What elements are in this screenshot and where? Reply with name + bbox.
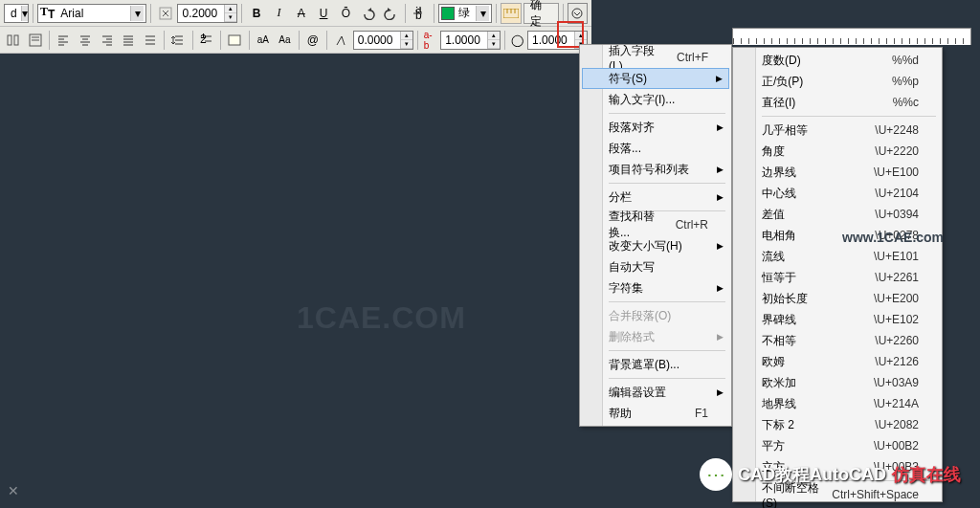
color-dropdown[interactable]: 绿 ▾ xyxy=(438,4,492,23)
menu-item[interactable]: 中心线\U+2104 xyxy=(735,183,940,204)
justify-button[interactable] xyxy=(119,30,139,51)
stack-button[interactable]: ab xyxy=(410,3,430,24)
menu-item[interactable]: 角度\U+2220 xyxy=(735,141,940,162)
menu-item[interactable]: 编辑器设置▶ xyxy=(582,382,729,403)
menu-item-label: 初始长度 xyxy=(762,291,808,307)
menu-shortcut: %%d xyxy=(892,54,919,67)
menu-item-label: 不相等 xyxy=(762,333,796,349)
menu-item[interactable]: 直径(I)%%c xyxy=(735,92,940,113)
menu-separator xyxy=(609,183,725,184)
menu-item[interactable]: 欧米加\U+03A9 xyxy=(735,372,940,393)
strikethrough-button[interactable]: A xyxy=(291,3,311,24)
menu-item[interactable]: 帮助F1 xyxy=(582,403,729,424)
align-center-button[interactable] xyxy=(76,30,96,51)
menu-item[interactable]: 段落对齐▶ xyxy=(582,117,729,138)
mtext-icon[interactable] xyxy=(26,30,46,51)
menu-item[interactable]: 符号(S)▶ xyxy=(582,68,729,89)
menu-item[interactable]: 地界线\U+214A xyxy=(735,393,940,414)
menu-shortcut: \U+2104 xyxy=(875,187,919,200)
menu-item[interactable]: 恒等于\U+2261 xyxy=(735,267,940,288)
ruler-button[interactable] xyxy=(501,3,521,24)
menu-item[interactable]: 输入文字(I)... xyxy=(582,89,729,110)
ok-button[interactable]: 确定 xyxy=(523,3,559,24)
font-dropdown[interactable]: TT Arial ▾ xyxy=(37,4,146,23)
menu-item-label: 中心线 xyxy=(762,186,796,202)
menu-item[interactable]: 段落... xyxy=(582,138,729,159)
drawing-canvas[interactable]: 1CAE.COM ✕ xyxy=(0,54,591,508)
menu-shortcut: Ctrl+R xyxy=(676,218,708,232)
menu-item[interactable]: 不相等\U+2260 xyxy=(735,330,940,351)
submenu-arrow-icon: ▶ xyxy=(716,74,723,83)
tracking-input[interactable]: ▴▾ xyxy=(440,31,501,50)
svg-rect-10 xyxy=(14,35,18,45)
menu-item[interactable]: 初始长度\U+E200 xyxy=(735,288,940,309)
menu-item[interactable]: 欧姆\U+2126 xyxy=(735,351,940,372)
menu-item-label: 下标 2 xyxy=(762,417,794,433)
watermark-url: www.1CAE.com xyxy=(842,230,944,245)
wechat-icon: ⋯ xyxy=(700,458,732,491)
menu-item[interactable]: 差值\U+0394 xyxy=(735,204,940,225)
annotation-icon[interactable] xyxy=(155,3,175,24)
toolbar-area: d ▾ TT Arial ▾ ▴▾ B I A U Ō ab xyxy=(0,0,591,55)
menu-item[interactable]: 平方\U+00B2 xyxy=(735,435,940,456)
align-left-button[interactable] xyxy=(54,30,74,51)
menu-item-label: 界碑线 xyxy=(762,312,796,328)
uppercase-button[interactable]: aA xyxy=(254,30,274,51)
menu-item[interactable]: 背景遮罩(B)... xyxy=(582,354,729,375)
menu-item[interactable]: 自动大写 xyxy=(582,256,729,277)
linespacing-button[interactable] xyxy=(168,30,189,51)
separator xyxy=(249,31,250,50)
menu-shortcut: \U+03A9 xyxy=(874,376,919,389)
bold-button[interactable]: B xyxy=(246,3,266,24)
watermark: 1CAE.COM xyxy=(297,300,466,336)
menu-item[interactable]: 插入字段(L)...Ctrl+F xyxy=(582,47,729,68)
menu-item[interactable]: 项目符号和列表▶ xyxy=(582,159,729,180)
menu-item[interactable]: 边界线\U+E100 xyxy=(735,162,940,183)
menu-item[interactable]: 改变大小写(H)▶ xyxy=(582,235,729,256)
text-ruler[interactable] xyxy=(732,28,971,45)
menu-shortcut: Ctrl+F xyxy=(677,51,708,64)
insert-field-button[interactable] xyxy=(225,30,245,51)
menu-shortcut: \U+E100 xyxy=(874,166,919,179)
tracking-icon: a-b xyxy=(422,30,438,51)
menu-item[interactable]: 字符集▶ xyxy=(582,277,729,298)
numbering-button[interactable]: 12 xyxy=(197,30,217,51)
options-button[interactable] xyxy=(568,3,588,24)
oblique-angle-icon[interactable] xyxy=(331,30,351,51)
menu-item[interactable]: 几乎相等\U+2248 xyxy=(735,120,940,141)
style-dropdown[interactable]: d ▾ xyxy=(4,4,29,23)
separator xyxy=(563,4,564,23)
oblique-input[interactable]: ▴▾ xyxy=(353,31,413,50)
menu-item[interactable]: 流线\U+E101 xyxy=(735,246,940,267)
submenu-arrow-icon: ▶ xyxy=(717,122,724,132)
align-right-button[interactable] xyxy=(97,30,117,51)
overline-button[interactable]: Ō xyxy=(336,3,356,24)
menu-item-label: 度数(D) xyxy=(762,53,801,69)
lowercase-button[interactable]: Aa xyxy=(275,30,295,51)
underline-button[interactable]: U xyxy=(313,3,333,24)
symbol-button[interactable]: @ xyxy=(303,30,323,51)
columns-button[interactable] xyxy=(4,30,24,51)
text-height-input[interactable]: ▴▾ xyxy=(177,4,237,23)
chevron-down-icon: ▾ xyxy=(476,6,489,21)
redo-button[interactable] xyxy=(380,3,400,24)
close-x[interactable]: ✕ xyxy=(8,483,19,498)
menu-item[interactable]: 界碑线\U+E102 xyxy=(735,309,940,330)
separator xyxy=(150,4,151,23)
menu-item[interactable]: 下标 2\U+2082 xyxy=(735,414,940,435)
italic-button[interactable]: I xyxy=(269,3,289,24)
distribute-button[interactable] xyxy=(140,30,160,51)
separator xyxy=(496,4,497,23)
menu-item[interactable]: 查找和替换...Ctrl+R xyxy=(582,214,729,235)
separator xyxy=(241,4,242,23)
menu-item[interactable]: 分栏▶ xyxy=(582,187,729,208)
svg-text:2: 2 xyxy=(200,33,207,46)
spin-down-icon[interactable]: ▾ xyxy=(225,13,236,22)
undo-button[interactable] xyxy=(358,3,378,24)
submenu-arrow-icon: ▶ xyxy=(717,241,724,251)
spin-up-icon[interactable]: ▴ xyxy=(225,5,236,13)
menu-shortcut: \U+00B2 xyxy=(874,439,919,453)
menu-item[interactable]: 度数(D)%%d xyxy=(735,50,940,71)
menu-item[interactable]: 正/负(P)%%p xyxy=(735,71,940,92)
editor-panel: d ▾ TT Arial ▾ ▴▾ B I A U Ō ab xyxy=(0,0,591,508)
